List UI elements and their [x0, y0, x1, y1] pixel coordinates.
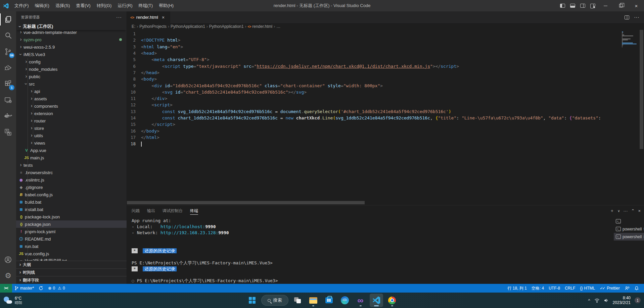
tree-item-vue3-txt[interactable]: ≡Vue3版本使用说明.txt	[16, 257, 127, 261]
breadcrumb-symbol-tail[interactable]: …	[276, 24, 280, 29]
menu-t[interactable]: 终端(T)	[135, 0, 156, 11]
cursor-position[interactable]: 行 18, 列 1	[505, 284, 529, 293]
tree-item-eslintrc-js[interactable]: ◉.eslintrc.js	[16, 176, 127, 184]
tree-item-gitignore[interactable]: ◆.gitignore	[16, 184, 127, 191]
explorer-icon[interactable]	[0, 11, 16, 28]
indentation[interactable]: 空格: 4	[529, 284, 546, 293]
remote-indicator[interactable]: ><	[0, 284, 12, 293]
tree-item-imes-vue3[interactable]: ›iMES.Vue3	[16, 51, 127, 58]
edge-button[interactable]	[338, 294, 352, 307]
tree-item-tests[interactable]: ›tests	[16, 161, 127, 169]
breadcrumb-pythonprojects[interactable]: PythonProjects	[139, 24, 167, 29]
source-control-icon[interactable]: 59	[0, 44, 16, 60]
tree-item-app-vue[interactable]: VApp.vue	[16, 147, 127, 154]
panel-more-icon[interactable]: ···	[624, 208, 628, 213]
language-mode[interactable]: {} HTML	[578, 284, 598, 293]
split-editor-icon[interactable]	[625, 15, 629, 19]
section-item[interactable]: ›翻译字段	[16, 276, 127, 284]
close-button[interactable]: ×	[629, 0, 644, 11]
settings-gear-icon[interactable]: ⚙	[0, 268, 16, 284]
panel-tab-item[interactable]: 问题	[132, 205, 140, 216]
tree-item-syzm-pro[interactable]: ›syzm-pro	[16, 36, 127, 43]
terminal-dropdown-icon[interactable]: ∨	[617, 209, 620, 213]
toggle-sidebar-icon[interactable]	[557, 0, 567, 11]
editor-more-actions-icon[interactable]: ···	[634, 14, 639, 20]
tree-item-src[interactable]: ›src	[16, 80, 127, 88]
tab-close-icon[interactable]: ×	[162, 15, 165, 20]
code-editor[interactable]: 12<!DOCTYPE html>3<html lang="en">4<head…	[127, 30, 644, 205]
maximize-panel-icon[interactable]: ⌃	[631, 208, 635, 213]
menu-h[interactable]: 帮助(H)	[156, 0, 177, 11]
vscode-button[interactable]	[370, 294, 383, 307]
section-item[interactable]: ›时间线	[16, 268, 127, 276]
formatter-status[interactable]: ✓✓ Prettier	[597, 284, 622, 293]
start-button[interactable]	[245, 294, 259, 307]
task-view-button[interactable]	[291, 294, 304, 307]
breadcrumb-file[interactable]: render.html	[252, 24, 272, 29]
tree-item-vue-admin-template-master[interactable]: ›vue-admin-template-master	[16, 30, 127, 36]
terminal-instance-2[interactable]: >_powershellfr…	[614, 225, 644, 233]
tree-item-run-bat[interactable]: ⊞run.bat	[16, 243, 127, 250]
panel-tab-item[interactable]: 调试控制台	[163, 205, 183, 216]
docker-icon[interactable]	[0, 108, 16, 124]
breadcrumb-pythonapplication1[interactable]: PythonApplication1	[171, 24, 205, 29]
breadcrumb[interactable]: E:›PythonProjects›PythonApplication1›Pyt…	[127, 23, 644, 30]
breadcrumb-e[interactable]: E:	[132, 24, 135, 29]
menu-v[interactable]: 查看(V)	[73, 0, 93, 11]
tree-item-pnpm-lock-yaml[interactable]: !pnpm-lock.yaml	[16, 228, 127, 235]
tree-item-vue-config-js[interactable]: JSvue.config.js	[16, 250, 127, 257]
breadcrumb-pythonapplication1[interactable]: PythonApplication1	[209, 24, 244, 29]
remote-explorer-icon[interactable]	[0, 92, 16, 108]
file-explorer-button[interactable]	[307, 294, 320, 307]
translate-icon[interactable]	[0, 124, 16, 140]
close-panel-icon[interactable]: ×	[638, 208, 641, 213]
weather-widget[interactable]: 6°C 晴朗	[3, 296, 22, 305]
terminal-output[interactable]: App running at:- Local: http://localhost…	[127, 216, 614, 284]
search-icon[interactable]	[0, 28, 16, 44]
eol-sequence[interactable]: CRLF	[562, 284, 578, 293]
minimap[interactable]	[622, 31, 638, 49]
customize-layout-icon[interactable]	[588, 0, 598, 11]
problems-status[interactable]: ⊗0 ⚠0	[46, 284, 67, 293]
tree-item-package-json[interactable]: {}package.json	[16, 220, 127, 228]
tree-item-browserslistrc[interactable]: ≡.browserslistrc	[16, 169, 127, 176]
chrome-button[interactable]	[385, 294, 399, 307]
accounts-icon[interactable]	[0, 252, 16, 268]
notification-count-badge[interactable]: 1	[635, 297, 641, 303]
toggle-panel-icon[interactable]	[567, 0, 578, 11]
terminal-instance-3[interactable]: >_powershelli…	[614, 233, 644, 241]
workspace-header[interactable]: › 无标题 (工作区)	[16, 23, 127, 30]
menu-r[interactable]: 运行(R)	[114, 0, 135, 11]
new-terminal-icon[interactable]: ＋	[610, 208, 614, 214]
tree-item-config[interactable]: ›config	[16, 58, 127, 65]
restore-button[interactable]	[613, 0, 629, 11]
sync-button[interactable]	[36, 284, 46, 293]
menu-f[interactable]: 文件(F)	[11, 0, 32, 11]
run-debug-icon[interactable]	[0, 60, 16, 76]
tree-item-install-bat[interactable]: ⊞install.bat	[16, 206, 127, 213]
tree-item-weui-wxss-2-5-9[interactable]: ›weui-wxss-2.5.9	[16, 43, 127, 51]
explorer-more-icon[interactable]: ···	[116, 14, 122, 20]
horizontal-scrollbar[interactable]	[127, 201, 365, 204]
minimize-button[interactable]	[598, 0, 613, 11]
menu-s[interactable]: 选择(S)	[52, 0, 73, 11]
section-item[interactable]: ›大纲	[16, 261, 127, 268]
tree-item-package-lock-json[interactable]: {}package-lock.json	[16, 213, 127, 220]
tree-item-main-js[interactable]: JSmain.js	[16, 154, 127, 161]
encoding[interactable]: UTF-8	[546, 284, 562, 293]
tray-overflow-chevron[interactable]: ^	[588, 298, 590, 303]
terminal-instance-1[interactable]: >_	[614, 217, 644, 225]
git-branch[interactable]: master*	[12, 284, 36, 293]
tree-item-public[interactable]: ›public	[16, 73, 127, 80]
panel-tab-item[interactable]: 终端	[190, 205, 198, 216]
visual-studio-button[interactable]: ∞	[354, 294, 367, 307]
notifications-button[interactable]	[632, 284, 641, 293]
tree-item-babel-config-js[interactable]: Bbabel.config.js	[16, 191, 127, 198]
feedback-button[interactable]	[622, 284, 632, 293]
wifi-icon[interactable]	[594, 298, 600, 303]
menu-g[interactable]: 转到(G)	[94, 0, 115, 11]
tree-item-node-modules[interactable]: ›node_modules	[16, 65, 127, 73]
speaker-icon[interactable]	[604, 298, 609, 303]
extensions-icon[interactable]: 1	[0, 76, 16, 92]
tree-item-build-bat[interactable]: ⊞build.bat	[16, 198, 127, 206]
